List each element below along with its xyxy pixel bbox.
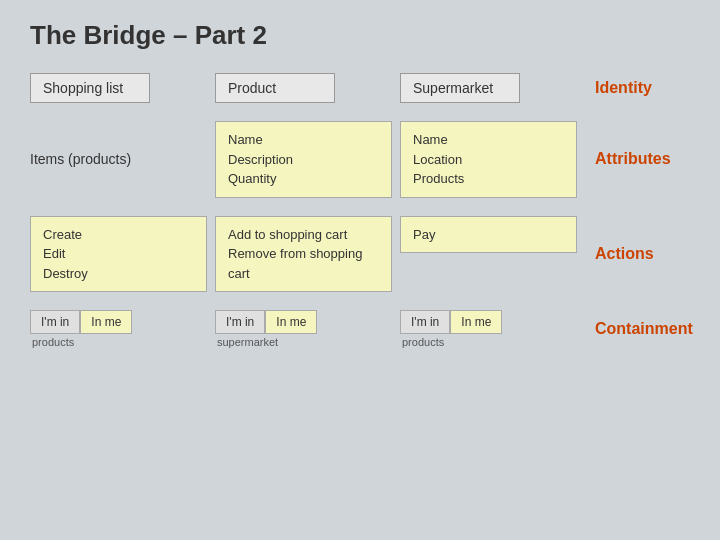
product-im-in[interactable]: I'm in: [215, 310, 265, 334]
action-create: Create: [43, 227, 82, 242]
supermarket-actions-box: Pay: [400, 216, 577, 254]
action-remove: Remove from shopping cart: [228, 246, 362, 281]
action-destroy: Destroy: [43, 266, 88, 281]
shopping-list-in-me[interactable]: In me: [80, 310, 132, 334]
shopping-list-btn-row: I'm in In me: [30, 310, 207, 334]
cell-shopping-list-containment: I'm in In me products: [30, 310, 215, 348]
main-container: The Bridge – Part 2 Shopping list Produc…: [0, 0, 720, 540]
containment-label: Containment: [585, 320, 693, 338]
supermarket-in-me[interactable]: In me: [450, 310, 502, 334]
supermarket-box: Supermarket: [400, 73, 520, 103]
cell-items-products: Items (products): [30, 121, 215, 198]
content-grid: Shopping list Product Supermarket Identi…: [30, 73, 690, 348]
items-products-text: Items (products): [30, 151, 131, 167]
identity-label: Identity: [585, 79, 652, 97]
cell-product-containment: I'm in In me supermarket: [215, 310, 400, 348]
cell-shopping-list-actions: Create Edit Destroy: [30, 216, 215, 293]
product-box: Product: [215, 73, 335, 103]
supermarket-attr-products: Products: [413, 171, 464, 186]
product-attr-quantity: Quantity: [228, 171, 276, 186]
cell-supermarket-actions: Pay: [400, 216, 585, 293]
supermarket-attributes-box: Name Location Products: [400, 121, 577, 198]
cell-attributes-label: Attributes: [585, 121, 701, 198]
cell-supermarket-attributes: Name Location Products: [400, 121, 585, 198]
action-edit: Edit: [43, 246, 65, 261]
cell-actions-label: Actions: [585, 216, 701, 293]
cell-containment-label: Containment: [585, 310, 701, 348]
action-add: Add to shopping cart: [228, 227, 347, 242]
cell-supermarket-containment: I'm in In me products: [400, 310, 585, 348]
product-attributes-box: Name Description Quantity: [215, 121, 392, 198]
action-pay: Pay: [413, 227, 435, 242]
product-in-me[interactable]: In me: [265, 310, 317, 334]
cell-product-identity: Product: [215, 73, 400, 103]
product-attr-name: Name: [228, 132, 263, 147]
page-title: The Bridge – Part 2: [30, 20, 690, 51]
cell-shopping-list-identity: Shopping list: [30, 73, 215, 103]
supermarket-attr-name: Name: [413, 132, 448, 147]
supermarket-attr-location: Location: [413, 152, 462, 167]
attributes-label: Attributes: [585, 150, 671, 168]
product-sub: supermarket: [215, 336, 392, 348]
product-actions-box: Add to shopping cart Remove from shoppin…: [215, 216, 392, 293]
supermarket-sub: products: [400, 336, 577, 348]
cell-supermarket-identity: Supermarket: [400, 73, 585, 103]
product-attr-description: Description: [228, 152, 293, 167]
shopping-list-sub: products: [30, 336, 207, 348]
cell-product-actions: Add to shopping cart Remove from shoppin…: [215, 216, 400, 293]
cell-identity-label: Identity: [585, 73, 701, 103]
actions-label: Actions: [585, 245, 654, 263]
shopping-list-box: Shopping list: [30, 73, 150, 103]
supermarket-btn-row: I'm in In me: [400, 310, 577, 334]
shopping-list-actions-box: Create Edit Destroy: [30, 216, 207, 293]
shopping-list-im-in[interactable]: I'm in: [30, 310, 80, 334]
cell-product-attributes: Name Description Quantity: [215, 121, 400, 198]
supermarket-im-in[interactable]: I'm in: [400, 310, 450, 334]
product-btn-row: I'm in In me: [215, 310, 392, 334]
